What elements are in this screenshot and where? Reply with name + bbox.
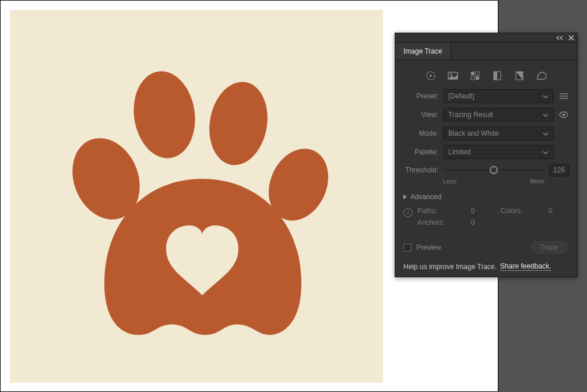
mode-label: Mode:	[403, 129, 438, 137]
trace-stats: i Paths: 0 Colors: 0 Anchors: 0	[403, 207, 569, 227]
panel-titlebar[interactable]	[395, 33, 577, 43]
preset-label: Preset:	[403, 92, 438, 100]
anchors-value: 0	[471, 218, 491, 227]
black-white-icon[interactable]	[514, 70, 525, 81]
mode-select[interactable]: Black and White	[443, 126, 554, 140]
svg-point-1	[128, 67, 201, 162]
svg-point-18	[563, 114, 565, 116]
low-color-icon[interactable]	[469, 70, 481, 81]
preview-label: Preview	[416, 243, 441, 252]
svg-rect-13	[494, 72, 497, 80]
trace-button[interactable]: Trace	[529, 240, 569, 255]
mode-value: Black and White	[448, 129, 499, 137]
threshold-input[interactable]: 128	[549, 164, 569, 176]
threshold-label: Threshold:	[403, 166, 438, 174]
collapse-icon[interactable]	[554, 34, 565, 42]
share-feedback-link[interactable]: Share feedback.	[500, 262, 551, 271]
feedback-row: Help us improve Image Trace. Share feedb…	[403, 262, 569, 271]
threshold-slider[interactable]	[443, 165, 544, 175]
chevron-down-icon	[543, 129, 549, 137]
svg-rect-9	[476, 72, 479, 75]
anchors-label: Anchors:	[417, 218, 462, 227]
chevron-down-icon	[543, 92, 549, 100]
colors-value: 0	[549, 207, 569, 215]
less-label: Less	[443, 178, 456, 185]
slider-thumb[interactable]	[490, 166, 498, 174]
triangle-right-icon	[403, 195, 407, 199]
chevron-down-icon	[543, 111, 549, 119]
paths-value: 0	[471, 207, 491, 215]
paths-label: Paths:	[417, 207, 462, 215]
palette-label: Palette:	[403, 148, 438, 156]
checkbox-box[interactable]	[403, 243, 412, 252]
advanced-label: Advanced	[410, 193, 441, 201]
threshold-range-labels: Less More	[443, 178, 544, 185]
svg-point-2	[203, 77, 274, 170]
view-label: View:	[403, 111, 438, 119]
preview-checkbox[interactable]: Preview	[403, 243, 441, 252]
svg-point-7	[450, 73, 452, 76]
info-icon: i	[403, 208, 413, 217]
advanced-toggle[interactable]: Advanced	[403, 193, 569, 201]
svg-rect-10	[471, 76, 474, 80]
grayscale-icon[interactable]	[491, 70, 503, 81]
more-label: More	[530, 178, 544, 185]
tab-image-trace[interactable]: Image Trace	[395, 43, 451, 59]
preset-value: [Default]	[448, 92, 474, 100]
svg-rect-11	[476, 76, 479, 80]
preset-select[interactable]: [Default]	[443, 89, 554, 103]
paw-heart-graphic	[39, 39, 354, 354]
chevron-down-icon	[543, 148, 549, 156]
preset-menu-icon[interactable]	[558, 93, 569, 100]
feedback-text: Help us improve Image Trace.	[403, 263, 497, 271]
view-value: Tracing Result	[448, 111, 493, 119]
artwork-paw-image	[10, 10, 383, 383]
eye-icon[interactable]	[558, 111, 569, 118]
outline-icon[interactable]	[536, 70, 547, 81]
close-icon[interactable]	[565, 34, 577, 42]
colors-label: Colors:	[501, 207, 539, 215]
tab-bar: Image Trace	[395, 43, 577, 60]
svg-rect-8	[471, 72, 474, 75]
preset-icon-row	[403, 66, 569, 89]
image-trace-panel: Image Trace Preset:	[395, 33, 578, 277]
view-select[interactable]: Tracing Result	[443, 108, 554, 122]
svg-point-5	[430, 75, 432, 77]
palette-value: Limited	[448, 148, 471, 156]
auto-color-icon[interactable]	[425, 70, 437, 81]
high-color-icon[interactable]	[447, 70, 459, 81]
palette-select[interactable]: Limited	[443, 145, 554, 159]
